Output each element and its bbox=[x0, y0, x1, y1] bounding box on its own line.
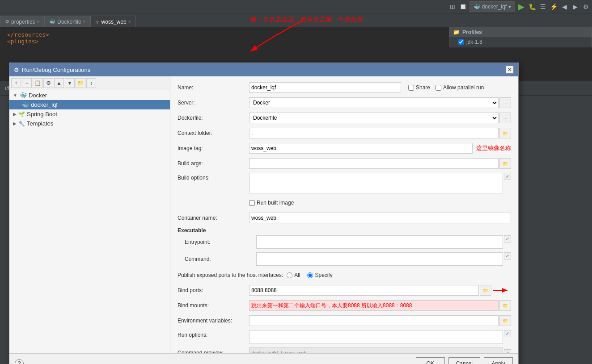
coverage-icon[interactable]: ☰ bbox=[538, 2, 547, 11]
tree-remove-button[interactable]: − bbox=[22, 78, 32, 88]
tab-properties-close[interactable]: × bbox=[37, 19, 39, 24]
dialog-footer: ? OK Cancel Apply bbox=[9, 353, 518, 364]
bind-ports-input[interactable] bbox=[249, 285, 479, 296]
bind-ports-input-group: 📁 bbox=[249, 285, 491, 296]
name-row: Name: Share Allow parallel run bbox=[178, 82, 511, 93]
cancel-button[interactable]: Cancel bbox=[448, 357, 480, 364]
tree-item-templates[interactable]: ▶ 🔧 Templates bbox=[9, 119, 170, 128]
tree-folder-button[interactable]: 📁 bbox=[76, 78, 85, 88]
allow-parallel-label[interactable]: Allow parallel run bbox=[436, 84, 484, 91]
run-built-image-label[interactable]: Run built image bbox=[249, 200, 294, 206]
context-folder-label: Context folder: bbox=[178, 130, 249, 136]
server-select[interactable]: Docker bbox=[249, 97, 499, 108]
context-folder-browse-button[interactable]: 📁 bbox=[499, 128, 511, 138]
context-folder-input[interactable] bbox=[249, 128, 499, 138]
docker-group-icon: 🐳 bbox=[19, 92, 27, 99]
tab-properties[interactable]: ⚙ properties × bbox=[0, 16, 44, 27]
bind-ports-arrow-svg bbox=[493, 285, 511, 296]
run-options-label: Run options: bbox=[178, 330, 249, 338]
tree-item-docker-lqf[interactable]: 🐳 docker_lqf bbox=[9, 100, 170, 109]
settings-icon[interactable]: ⚙ bbox=[581, 2, 590, 11]
profiles-checkbox[interactable] bbox=[458, 39, 464, 45]
share-checkbox[interactable] bbox=[408, 85, 414, 91]
profiler-icon[interactable]: ⚡ bbox=[549, 2, 558, 11]
tree-add-button[interactable]: + bbox=[11, 78, 21, 88]
bind-mounts-browse-button[interactable]: 📁 bbox=[499, 300, 511, 311]
radio-specify[interactable] bbox=[307, 272, 313, 278]
dialog-settings-icon: ⚙ bbox=[14, 67, 19, 73]
profiles-item-jdk[interactable]: jdk-1.8 bbox=[449, 37, 592, 47]
entrypoint-textarea[interactable] bbox=[256, 235, 503, 249]
tab-woss-web[interactable]: m woss_web × bbox=[90, 16, 135, 27]
image-tag-annotation: 这里镜像名称 bbox=[476, 144, 511, 152]
build-options-textarea[interactable] bbox=[249, 173, 503, 193]
dialog-close-button[interactable]: ✕ bbox=[506, 66, 514, 74]
command-preview-expand-button[interactable]: ⤢ bbox=[504, 349, 511, 353]
share-checkbox-label[interactable]: Share bbox=[408, 84, 430, 91]
build-options-row: Build options: ⤢ bbox=[178, 173, 511, 193]
run-built-image-row: Run built image bbox=[178, 197, 511, 209]
tree-toolbar: + − 📋 ⚙ ▲ ▼ 📁 ↕ bbox=[9, 76, 170, 90]
tab-woss-web-icon: m bbox=[95, 19, 99, 25]
command-textarea[interactable] bbox=[256, 252, 503, 266]
radio-all-label[interactable]: All bbox=[287, 272, 300, 278]
dockerfile-select[interactable]: Dockerfile bbox=[249, 113, 499, 123]
tree-config-button[interactable]: ⚙ bbox=[43, 78, 53, 88]
command-preview-row: Command preview: docker build -t woss_we… bbox=[178, 347, 511, 353]
build-options-expand-button[interactable]: ⤢ bbox=[504, 173, 511, 180]
command-expand-button[interactable]: ⤢ bbox=[504, 252, 511, 259]
run-built-image-checkbox[interactable] bbox=[249, 200, 255, 206]
build-args-browse-button[interactable]: 📁 bbox=[499, 158, 511, 169]
image-tag-input[interactable] bbox=[249, 143, 473, 154]
container-name-input[interactable] bbox=[249, 213, 511, 223]
name-input[interactable] bbox=[249, 82, 401, 93]
env-vars-input-group: 📁 bbox=[249, 315, 511, 326]
executable-section-label: Executable bbox=[178, 227, 511, 234]
server-browse-button[interactable]: ··· bbox=[499, 97, 511, 108]
run-options-textarea[interactable] bbox=[249, 330, 503, 343]
env-vars-input[interactable] bbox=[249, 315, 499, 326]
build-args-input[interactable] bbox=[249, 158, 499, 169]
run-options-expand-button[interactable]: ⤢ bbox=[504, 330, 511, 337]
debug-icon[interactable]: 🐛 bbox=[528, 2, 537, 11]
tab-dockerfile-close[interactable]: × bbox=[83, 19, 86, 24]
tab-woss-web-close[interactable]: × bbox=[128, 19, 131, 24]
run-config-dropdown[interactable]: 🐳 docker_lqf ▾ bbox=[469, 1, 515, 12]
bind-mounts-input[interactable] bbox=[249, 300, 499, 311]
tree-copy-button[interactable]: 📋 bbox=[33, 78, 42, 88]
allow-parallel-checkbox[interactable] bbox=[436, 85, 441, 91]
help-button[interactable]: ? bbox=[15, 359, 24, 364]
toolbar-icon-2[interactable]: 🔲 bbox=[459, 2, 468, 11]
docker-group-arrow: ▼ bbox=[13, 93, 17, 98]
tree-item-docker-group[interactable]: ▼ 🐳 Docker bbox=[9, 90, 170, 100]
dockerfile-row: Dockerfile: Dockerfile ··· bbox=[178, 112, 511, 124]
dockerfile-input-group: Dockerfile ··· bbox=[249, 113, 511, 123]
tree-down-button[interactable]: ▼ bbox=[65, 78, 75, 88]
tree-up-button[interactable]: ▲ bbox=[54, 78, 64, 88]
tree-sort-button[interactable]: ↕ bbox=[86, 78, 96, 88]
forward-icon[interactable]: ▶ bbox=[571, 2, 579, 11]
radio-specify-label[interactable]: Specify bbox=[307, 272, 332, 278]
command-input-group: ⤢ bbox=[256, 252, 511, 266]
ok-button[interactable]: OK bbox=[416, 357, 445, 364]
run-icon[interactable]: ▶ bbox=[517, 2, 526, 11]
toolbar-icon-1[interactable]: ⊞ bbox=[448, 2, 457, 11]
apply-button[interactable]: Apply bbox=[484, 357, 513, 364]
radio-all[interactable] bbox=[287, 272, 292, 278]
tab-properties-label: ⚙ bbox=[5, 19, 9, 25]
entrypoint-expand-button[interactable]: ⤢ bbox=[504, 235, 511, 243]
tab-dockerfile-text: Dockerfile bbox=[57, 19, 81, 25]
top-toolbar: ⊞ 🔲 🐳 docker_lqf ▾ ▶ 🐛 ☰ ⚡ ◀ ▶ ⚙ bbox=[0, 0, 592, 13]
dockerfile-browse-button[interactable]: ··· bbox=[499, 113, 511, 123]
bind-ports-row: Bind ports: 📁 bbox=[178, 285, 511, 296]
bind-ports-browse-button[interactable]: 📁 bbox=[480, 285, 491, 296]
back-icon[interactable]: ◀ bbox=[560, 2, 569, 11]
tree-item-spring-boot[interactable]: ▶ 🌱 Spring Boot bbox=[9, 109, 170, 119]
command-preview-value: docker build -t woss_web . bbox=[249, 347, 503, 353]
bind-ports-label: Bind ports: bbox=[178, 287, 249, 293]
env-vars-browse-button[interactable]: 📁 bbox=[499, 315, 511, 326]
container-name-row: Container name: bbox=[178, 212, 511, 224]
tab-dockerfile[interactable]: 🐳 Dockerfile × bbox=[44, 16, 90, 27]
bind-mounts-label: Bind mounts: bbox=[178, 302, 249, 309]
image-tag-row: Image tag: 这里镜像名称 bbox=[178, 142, 511, 154]
